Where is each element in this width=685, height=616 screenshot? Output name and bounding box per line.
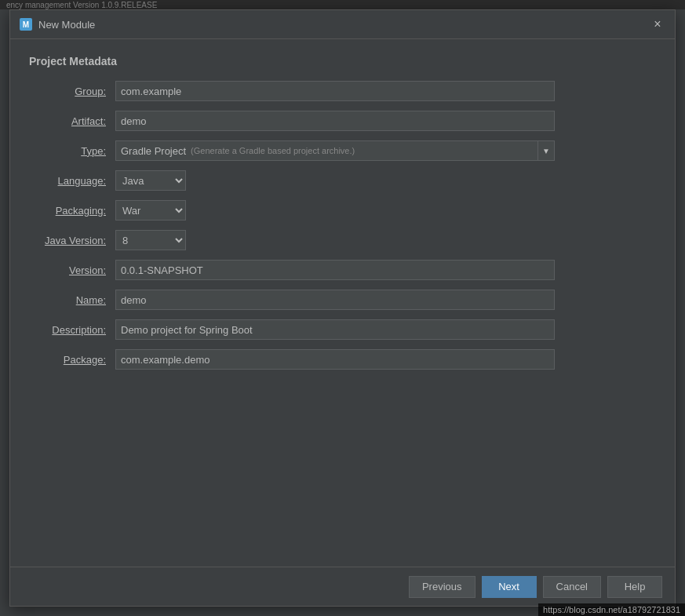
help-button[interactable]: Help (607, 576, 662, 598)
artifact-label: Artifact: (29, 115, 115, 127)
section-title: Project Metadata (29, 55, 656, 67)
java-version-select[interactable]: 8 11 17 21 (115, 230, 186, 250)
next-button[interactable]: Next (482, 576, 537, 598)
package-label: Package: (29, 354, 115, 366)
java-version-label: Java Version: (29, 235, 115, 246)
dialog-titlebar: M New Module × (10, 10, 675, 39)
cancel-button[interactable]: Cancel (543, 576, 601, 598)
new-module-dialog: M New Module × Project Metadata Group: A… (9, 9, 676, 607)
description-row: Description: (29, 319, 656, 341)
package-row: Package: (29, 348, 656, 370)
dialog-content: Project Metadata Group: Artifact: Type: (10, 39, 675, 567)
type-dropdown-button[interactable]: ▼ (537, 140, 555, 161)
version-row: Version: (29, 259, 656, 281)
artifact-row: Artifact: (29, 110, 656, 132)
name-label: Name: (29, 294, 115, 306)
version-label: Version: (29, 264, 115, 276)
close-button[interactable]: × (650, 16, 665, 32)
top-bar-text: ency management Version 1.0.9.RELEASE (6, 1, 157, 9)
top-bar: ency management Version 1.0.9.RELEASE (0, 0, 685, 9)
dialog-title: New Module (38, 19, 95, 31)
packaging-select[interactable]: Jar War (115, 200, 186, 221)
packaging-row: Packaging: Jar War (29, 199, 656, 221)
package-input[interactable] (115, 349, 555, 370)
description-input[interactable] (115, 319, 555, 340)
artifact-input[interactable] (115, 111, 555, 131)
group-label: Group: (29, 86, 115, 97)
dialog-footer: Previous Next Cancel Help (10, 567, 675, 606)
language-select[interactable]: Java Kotlin Groovy (115, 170, 186, 191)
language-label: Language: (29, 175, 115, 187)
module-icon: M (20, 18, 32, 31)
previous-button[interactable]: Previous (409, 576, 475, 598)
type-label: Type: (29, 145, 115, 157)
java-version-row: Java Version: 8 11 17 21 (29, 229, 656, 251)
dialog-title-left: M New Module (20, 18, 95, 31)
type-row: Type: Gradle Project (Generate a Gradle … (29, 140, 656, 162)
name-row: Name: (29, 289, 656, 311)
packaging-label: Packaging: (29, 205, 115, 217)
name-input[interactable] (115, 290, 555, 310)
version-input[interactable] (115, 260, 555, 280)
type-value: Gradle Project (Generate a Gradle based … (115, 140, 537, 161)
group-row: Group: (29, 80, 656, 102)
description-label: Description: (29, 324, 115, 336)
group-input[interactable] (115, 81, 555, 101)
language-row: Language: Java Kotlin Groovy (29, 169, 656, 191)
type-field: Gradle Project (Generate a Gradle based … (115, 140, 555, 161)
overlay: ency management Version 1.0.9.RELEASE M … (0, 0, 685, 616)
